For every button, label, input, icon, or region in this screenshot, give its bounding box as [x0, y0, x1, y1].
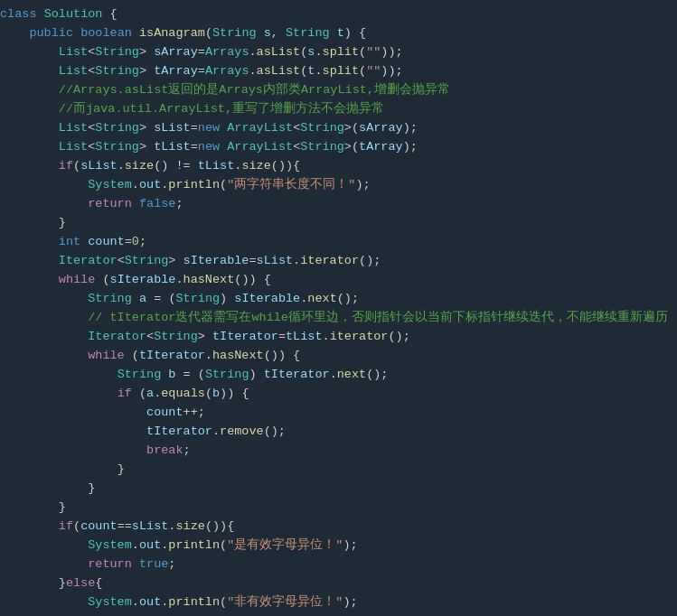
code-line: System.out.println("非有效字母异位！");	[0, 593, 677, 612]
code-line: List<String> tList=new ArrayList<String>…	[0, 138, 677, 157]
code-line: while (tIterator.hasNext()) {	[0, 347, 677, 366]
code-line: }	[0, 480, 677, 499]
code-line: Iterator<String> sIterable=sList.iterato…	[0, 252, 677, 271]
code-editor: class Solution { public boolean isAnagra…	[0, 0, 677, 616]
code-line: return false;	[0, 612, 677, 616]
code-line: public boolean isAnagram(String s, Strin…	[0, 24, 677, 43]
code-line: //Arrays.asList返回的是Arrays内部类ArrayList,增删…	[0, 81, 677, 100]
code-line: }	[0, 214, 677, 233]
code-line: break;	[0, 442, 677, 461]
code-line: int count=0;	[0, 233, 677, 252]
code-line: }else{	[0, 574, 677, 593]
code-line: return true;	[0, 555, 677, 574]
code-line: }	[0, 461, 677, 480]
code-line: String a = (String) sIterable.next();	[0, 290, 677, 309]
code-line: return false;	[0, 195, 677, 214]
code-line: class Solution {	[0, 5, 677, 24]
code-line: //而java.util.ArrayList,重写了增删方法不会抛异常	[0, 100, 677, 119]
code-line: List<String> sList=new ArrayList<String>…	[0, 119, 677, 138]
code-line: }	[0, 499, 677, 518]
code-line: // tIterator迭代器需写在while循环里边，否则指针会以当前下标指针…	[0, 309, 677, 328]
code-line: Iterator<String> tIterator=tList.iterato…	[0, 328, 677, 347]
code-line: List<String> sArray=Arrays.asList(s.spli…	[0, 43, 677, 62]
code-line: List<String> tArray=Arrays.asList(t.spli…	[0, 62, 677, 81]
code-line: count++;	[0, 404, 677, 423]
code-line: while (sIterable.hasNext()) {	[0, 271, 677, 290]
code-line: if(sList.size() != tList.size()){	[0, 157, 677, 176]
code-line: String b = (String) tIterator.next();	[0, 366, 677, 385]
code-line: if (a.equals(b)) {	[0, 385, 677, 404]
code-line: tIterator.remove();	[0, 423, 677, 442]
code-line: System.out.println("两字符串长度不同！");	[0, 176, 677, 195]
code-line: System.out.println("是有效字母异位！");	[0, 537, 677, 555]
code-line: if(count==sList.size()){	[0, 518, 677, 537]
